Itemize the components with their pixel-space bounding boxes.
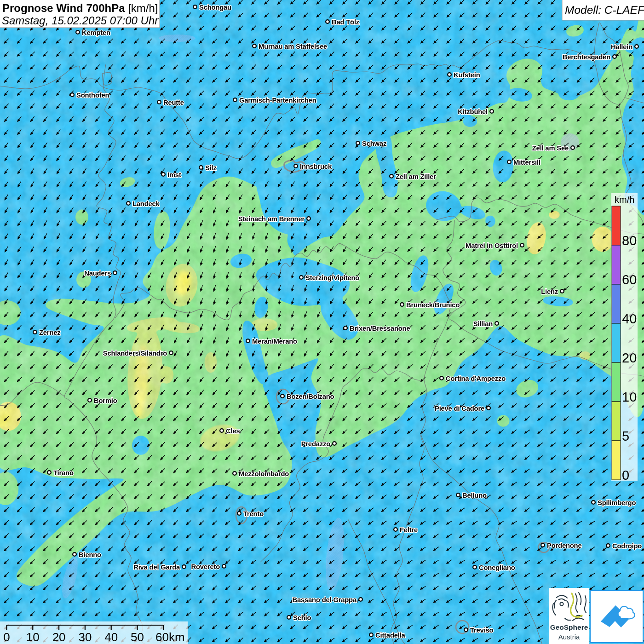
svg-text:Innsbruck: Innsbruck — [300, 163, 332, 170]
svg-text:Garmisch-Partenkirchen: Garmisch-Partenkirchen — [239, 97, 316, 104]
svg-text:Hallein: Hallein — [611, 43, 632, 51]
svg-text:Prognose Wind 700hPa [km/h]: Prognose Wind 700hPa [km/h] — [2, 2, 158, 14]
svg-text:Tirano: Tirano — [53, 469, 74, 477]
svg-text:Kempten: Kempten — [82, 29, 110, 36]
svg-text:Rovereto: Rovereto — [191, 563, 220, 570]
svg-text:Trento: Trento — [243, 510, 264, 518]
svg-text:Sterzing/Vipiteno: Sterzing/Vipiteno — [305, 274, 359, 282]
svg-text:Sonthofen: Sonthofen — [76, 92, 109, 99]
svg-text:40: 40 — [622, 311, 637, 326]
svg-text:Kitzbühel: Kitzbühel — [458, 108, 488, 115]
svg-text:Schio: Schio — [293, 614, 311, 621]
svg-text:30: 30 — [78, 630, 92, 644]
svg-text:Bozen/Bolzano: Bozen/Bolzano — [287, 393, 334, 400]
svg-text:Steinach am Brenner: Steinach am Brenner — [238, 215, 305, 223]
svg-text:Bienno: Bienno — [79, 551, 101, 558]
svg-text:Feltre: Feltre — [400, 526, 418, 534]
svg-text:km/h: km/h — [615, 195, 634, 205]
svg-text:Brixen/Bressanone: Brixen/Bressanone — [350, 325, 410, 332]
svg-text:Bad Tölz: Bad Tölz — [332, 18, 359, 26]
svg-text:Conegliano: Conegliano — [479, 564, 515, 571]
svg-text:Riva del Garda: Riva del Garda — [133, 564, 180, 571]
svg-text:Schongau: Schongau — [199, 4, 231, 11]
svg-text:10: 10 — [622, 390, 637, 404]
svg-text:GeoSphere: GeoSphere — [550, 623, 588, 631]
svg-text:Imst: Imst — [167, 171, 181, 178]
svg-text:Lienz: Lienz — [541, 288, 558, 295]
svg-text:Bormio: Bormio — [94, 397, 117, 404]
svg-text:Mittersill: Mittersill — [513, 159, 540, 166]
svg-text:Schwaz: Schwaz — [362, 140, 386, 147]
svg-text:Cortina d'Ampezzo: Cortina d'Ampezzo — [446, 375, 506, 382]
svg-text:80: 80 — [622, 233, 637, 248]
svg-text:Meran/Merano: Meran/Merano — [252, 338, 297, 345]
svg-text:Treviso: Treviso — [470, 627, 494, 634]
svg-text:Berchtesgaden: Berchtesgaden — [563, 53, 610, 61]
svg-text:Belluno: Belluno — [462, 492, 487, 499]
svg-text:0: 0 — [3, 630, 10, 644]
svg-text:Cittadella: Cittadella — [375, 632, 406, 639]
svg-text:Silz: Silz — [205, 164, 217, 172]
svg-text:Spilimbergo: Spilimbergo — [598, 499, 636, 506]
svg-text:Zernez: Zernez — [39, 329, 61, 336]
svg-text:20: 20 — [622, 351, 637, 365]
svg-text:Codroipo: Codroipo — [612, 542, 642, 550]
svg-text:Austria: Austria — [558, 633, 580, 641]
svg-text:40: 40 — [104, 630, 118, 644]
svg-text:Kufstein: Kufstein — [454, 71, 480, 79]
svg-text:20: 20 — [52, 630, 66, 644]
svg-text:Mezzolombardo: Mezzolombardo — [239, 470, 289, 477]
svg-text:10: 10 — [26, 630, 40, 644]
svg-text:Bruneck/Brunico: Bruneck/Brunico — [406, 301, 460, 309]
svg-text:0: 0 — [622, 468, 629, 483]
svg-text:Bassano del Grappa: Bassano del Grappa — [293, 596, 357, 604]
svg-text:Samstag, 15.02.2025 07:00 Uhr: Samstag, 15.02.2025 07:00 Uhr — [2, 14, 159, 27]
svg-text:Sillian: Sillian — [473, 320, 493, 328]
svg-text:60: 60 — [622, 272, 637, 287]
svg-text:5: 5 — [622, 429, 629, 443]
svg-text:Zell am Ziller: Zell am Ziller — [396, 173, 436, 180]
svg-text:Pordenone: Pordenone — [547, 542, 581, 549]
svg-text:Landeck: Landeck — [132, 200, 160, 207]
svg-text:Predazzo: Predazzo — [301, 440, 331, 448]
svg-text:Matrei in Osttirol: Matrei in Osttirol — [466, 242, 518, 249]
svg-text:60km: 60km — [155, 630, 185, 644]
svg-text:Cles: Cles — [226, 427, 240, 435]
svg-text:50: 50 — [131, 630, 144, 644]
svg-text:Murnau am Staffelsee: Murnau am Staffelsee — [259, 43, 327, 50]
svg-text:Modell: C-LAEF: Modell: C-LAEF — [565, 4, 644, 16]
svg-text:Reutte: Reutte — [163, 99, 184, 106]
svg-text:Zell am See: Zell am See — [532, 144, 569, 152]
svg-text:Pieve di Cadore: Pieve di Cadore — [435, 405, 484, 412]
svg-text:Schlanders/Silandro: Schlanders/Silandro — [103, 350, 167, 357]
svg-text:Nauders: Nauders — [84, 270, 111, 277]
